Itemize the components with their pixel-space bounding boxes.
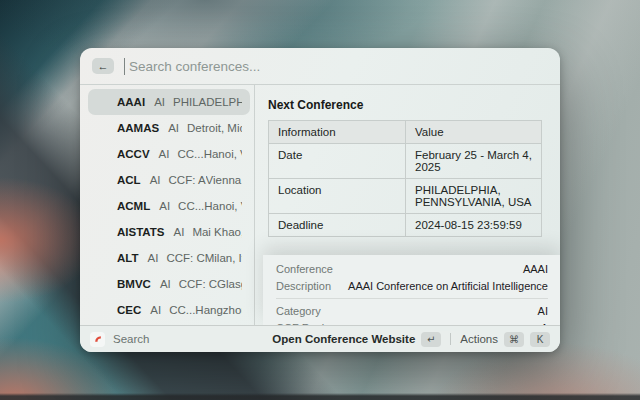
conference-location: Detroit, Michigan... xyxy=(187,122,242,134)
metadata-row: ConferenceAAAI xyxy=(276,260,548,278)
conference-location: Hanoi, Vietnam xyxy=(204,148,242,160)
conference-location: Milan, Italy xyxy=(205,252,242,264)
actions-button[interactable]: Actions xyxy=(460,333,498,345)
metadata-label: Category xyxy=(276,305,321,317)
table-cell: February 25 - March 4, 2025 xyxy=(406,144,542,179)
conference-category: AI xyxy=(160,278,171,290)
conference-category: AI xyxy=(159,148,170,160)
conference-list-item-accv[interactable]: ACCVAICC...Hanoi, Vietnam xyxy=(88,141,250,167)
raycast-logo-icon xyxy=(90,332,105,347)
calendar-icon xyxy=(96,122,109,135)
conference-rank: CC... xyxy=(169,304,195,316)
conference-list-item-alt[interactable]: ALTAICCF: CMilan, Italy xyxy=(88,245,250,271)
conference-name: AISTATS xyxy=(117,226,165,238)
metadata-row: DescriptionAAAI Conference on Artificial… xyxy=(276,278,548,296)
metadata-row: CategoryAI xyxy=(276,302,548,320)
metadata-label: Conference xyxy=(276,263,333,275)
conference-category: AI xyxy=(159,200,170,212)
footer-app-label: Search xyxy=(113,333,149,345)
conference-rank: CCF: A xyxy=(169,174,206,186)
conference-location: Glasgow, UK xyxy=(217,278,242,290)
conference-location: Vienna, Austria xyxy=(206,174,242,186)
conference-category: AI xyxy=(150,174,161,186)
conference-list: AAAIAIPHILADELPHIA, PE...AAMASAIDetroit,… xyxy=(80,85,254,325)
conference-list-item-aaai[interactable]: AAAIAIPHILADELPHIA, PE... xyxy=(88,89,250,115)
footer-bar: Search Open Conference Website ↵ Actions… xyxy=(80,325,560,352)
metadata-value: AI xyxy=(538,305,548,317)
text-caret xyxy=(124,58,125,75)
search-input[interactable] xyxy=(127,58,548,75)
cmd-key-badge: ⌘ xyxy=(504,332,524,347)
table-cell: Deadline xyxy=(269,214,406,237)
content-area: AAAIAIPHILADELPHIA, PE...AAMASAIDetroit,… xyxy=(80,85,560,325)
conference-rank: CC... xyxy=(177,148,203,160)
conference-list-item-acl[interactable]: ACLAICCF: AVienna, Austria xyxy=(88,167,250,193)
calendar-icon xyxy=(96,200,109,213)
conference-location: Mai Khao, Thail... xyxy=(192,226,242,238)
back-button[interactable]: ← xyxy=(92,58,114,74)
calendar-icon xyxy=(96,304,109,317)
table-row: Deadline2024-08-15 23:59:59 xyxy=(269,214,542,237)
conference-rank: CCF: C xyxy=(179,278,217,290)
conference-category: AI xyxy=(154,96,165,108)
metadata-label: Description xyxy=(276,280,331,292)
conference-name: ALT xyxy=(117,252,139,264)
conference-name: BMVC xyxy=(117,278,151,290)
table-header-cell: Information xyxy=(269,121,406,144)
conference-category: AI xyxy=(150,304,161,316)
table-row: LocationPHILADELPHIA, PENNSYLVANIA, USA xyxy=(269,179,542,214)
calendar-icon xyxy=(96,252,109,265)
conference-name: ACML xyxy=(117,200,150,212)
conference-location: Hangzhou, China xyxy=(195,304,242,316)
conference-location: PHILADELPHIA, PE... xyxy=(173,96,242,108)
next-conference-table: InformationValueDateFebruary 25 - March … xyxy=(268,120,542,237)
conference-list-item-cec[interactable]: CECAICC...Hangzhou, China xyxy=(88,297,250,323)
conference-category: AI xyxy=(148,252,159,264)
k-key-badge: K xyxy=(530,332,550,347)
table-cell: PHILADELPHIA, PENNSYLVANIA, USA xyxy=(406,179,542,214)
conference-category: AI xyxy=(168,122,179,134)
conference-category: AI xyxy=(174,226,185,238)
search-bar: ← xyxy=(80,48,560,84)
table-cell: 2024-08-15 23:59:59 xyxy=(406,214,542,237)
metadata-value: AAAI xyxy=(523,263,548,275)
enter-key-badge: ↵ xyxy=(421,332,441,347)
footer-divider xyxy=(450,333,451,345)
launcher-window: ← AAAIAIPHILADELPHIA, PE...AAMASAIDetroi… xyxy=(80,48,560,352)
conference-list-item-aamas[interactable]: AAMASAIDetroit, Michigan... xyxy=(88,115,250,141)
metadata-value: AAAI Conference on Artificial Intelligen… xyxy=(348,280,548,292)
conference-rank: CC... xyxy=(178,200,204,212)
calendar-icon xyxy=(96,174,109,187)
detail-heading: Next Conference xyxy=(268,98,548,112)
conference-list-item-aistats[interactable]: AISTATSAIMai Khao, Thail... xyxy=(88,219,250,245)
calendar-icon xyxy=(96,96,109,109)
back-arrow-icon: ← xyxy=(98,58,109,74)
conference-name: AAAI xyxy=(117,96,145,108)
conference-location: Hanoi, Vietnam xyxy=(204,200,242,212)
conference-name: CEC xyxy=(117,304,141,316)
conference-name: AAMAS xyxy=(117,122,159,134)
calendar-icon xyxy=(96,278,109,291)
table-cell: Location xyxy=(269,179,406,214)
conference-name: ACL xyxy=(117,174,141,186)
table-row: DateFebruary 25 - March 4, 2025 xyxy=(269,144,542,179)
conference-list-item-bmvc[interactable]: BMVCAICCF: CGlasgow, UK xyxy=(88,271,250,297)
calendar-icon xyxy=(96,226,109,239)
table-header-cell: Value xyxy=(406,121,542,144)
desktop-wallpaper: ← AAAIAIPHILADELPHIA, PE...AAMASAIDetroi… xyxy=(0,0,640,400)
metadata-divider xyxy=(276,298,548,299)
conference-list-item-acml[interactable]: ACMLAICC...Hanoi, Vietnam xyxy=(88,193,250,219)
table-cell: Date xyxy=(269,144,406,179)
calendar-icon xyxy=(96,148,109,161)
metadata-panel: ConferenceAAAIDescriptionAAAI Conference… xyxy=(263,255,560,325)
conference-rank: CCF: C xyxy=(166,252,204,264)
conference-name: ACCV xyxy=(117,148,150,160)
open-conference-website-button[interactable]: Open Conference Website xyxy=(272,333,415,345)
table-header-row: InformationValue xyxy=(269,121,542,144)
